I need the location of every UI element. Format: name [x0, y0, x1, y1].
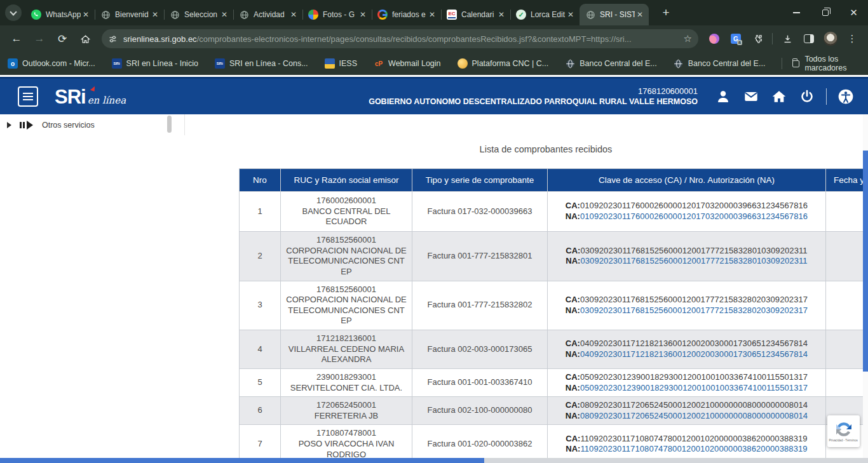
new-tab-button[interactable]: +	[658, 4, 674, 21]
bookmark-label: Banco Central del E...	[688, 59, 766, 68]
tab-whatsapp[interactable]: WhatsApp ✕	[25, 4, 95, 25]
na-label: NA:	[566, 411, 580, 420]
all-bookmarks-label: Todos los marcadores	[804, 55, 860, 72]
profile-avatar[interactable]	[822, 30, 839, 48]
tab-sri-active[interactable]: SRI - SISTE ✕	[580, 4, 649, 25]
bookmark-bce-1[interactable]: Banco Central del E...	[565, 58, 657, 69]
tab-search-button[interactable]	[5, 4, 22, 21]
side-panel-icon[interactable]	[800, 30, 818, 48]
header-right: 1768120600001 GOBIERNO AUTONOMO DESCENTR…	[369, 86, 868, 107]
minimize-icon	[793, 12, 800, 13]
tab-label: Seleccion	[184, 10, 219, 19]
col-header-fecha: Fecha y	[826, 169, 868, 192]
cell-fecha: 05/	[826, 281, 868, 330]
bookmark-label: SRI en Línea - Inicio	[126, 59, 198, 68]
menu-hamburger-button[interactable]	[18, 86, 38, 107]
downloads-icon[interactable]	[778, 30, 796, 48]
tab-actividad[interactable]: Actividad ✕	[233, 4, 302, 25]
emisor-name: FERRETERIA JB	[283, 411, 409, 422]
forward-button[interactable]: →	[30, 29, 49, 48]
restore-button[interactable]	[811, 0, 839, 25]
tab-close-icon[interactable]: ✕	[496, 10, 506, 20]
home-button[interactable]	[76, 29, 95, 48]
bookmark-star-icon[interactable]: ☆	[684, 33, 692, 44]
tab-close-icon[interactable]: ✕	[288, 10, 299, 20]
extension-pink-icon[interactable]	[705, 30, 723, 48]
na-link[interactable]: 0309202301176815256000120017772158328020…	[580, 305, 808, 315]
mail-icon	[743, 88, 759, 105]
address-bar[interactable]: srienlinea.sri.gob.ec/comprobantes-elect…	[102, 29, 698, 48]
back-button[interactable]: ←	[7, 29, 26, 48]
vertical-scrollbar[interactable]	[863, 114, 868, 458]
vertical-scrollbar-thumb[interactable]	[863, 151, 868, 372]
google-icon	[377, 10, 388, 20]
tab-label: Actividad	[254, 10, 288, 19]
table-row: 7 1710807478001POSO VIRACOCHA IVAN RODRI…	[240, 425, 868, 463]
translate-icon[interactable]: G	[727, 30, 745, 48]
chevron-down-icon	[10, 8, 17, 15]
horizontal-scrollbar[interactable]	[0, 458, 868, 463]
taxpayer-ruc: 1768120600001	[369, 86, 698, 97]
cell-fecha: 01/	[826, 192, 868, 232]
accessibility-icon	[837, 88, 854, 105]
bookmark-outlook[interactable]: o Outlook.com - Micr...	[8, 58, 95, 69]
na-label: NA:	[566, 383, 580, 393]
bookmark-webmail[interactable]: cP Webmail Login	[374, 58, 440, 69]
sidebar-item-otros-servicios[interactable]: Otros servicios	[42, 121, 95, 130]
sri-header: SRi en línea 1768120600001 GOBIERNO AUTO…	[0, 77, 868, 114]
tab-list: WhatsApp ✕ Bienvenid ✕ Seleccion ✕ Activ…	[25, 0, 649, 25]
recaptcha-terms-label[interactable]: Privacidad - Términos	[829, 438, 858, 441]
bookmark-cnc[interactable]: Plataforma CNC | C...	[458, 58, 549, 69]
tab-close-icon[interactable]: ✕	[150, 10, 160, 20]
close-window-button[interactable]: ✕	[839, 0, 868, 25]
tab-seleccione[interactable]: Seleccion ✕	[164, 4, 233, 25]
na-label: NA:	[566, 444, 580, 453]
extensions-puzzle-icon[interactable]	[749, 30, 766, 48]
sri-logo[interactable]: SRi en línea	[55, 87, 126, 107]
horizontal-scrollbar-thumb[interactable]	[0, 458, 484, 463]
tab-close-icon[interactable]: ✕	[358, 10, 368, 20]
tab-lorca[interactable]: ✓ Lorca Edit ✕	[510, 4, 580, 25]
logout-button[interactable]	[799, 88, 815, 105]
sidebar-scrollbar-thumb[interactable]	[167, 116, 172, 133]
mail-button[interactable]	[743, 88, 759, 105]
accessibility-button[interactable]	[837, 88, 854, 105]
bookmarks-bar: o Outlook.com - Micr... SRi SRI en Línea…	[0, 52, 868, 75]
na-link[interactable]: 0409202301171218213600120020030001730651…	[580, 349, 808, 359]
tab-feriados[interactable]: feriados e ✕	[372, 4, 441, 25]
emisor-ruc: 1720652450001	[283, 400, 409, 411]
na-link[interactable]: 0809202301172065245000120021000000008000…	[580, 411, 808, 420]
bookmark-iess[interactable]: IESS	[325, 58, 358, 69]
recaptcha-badge[interactable]: Privacidad - Términos	[827, 415, 860, 447]
na-link[interactable]: 0309202301176815256000120017772158328010…	[580, 256, 807, 265]
all-bookmarks[interactable]: Todos los marcadores	[782, 55, 860, 72]
tab-fotos[interactable]: Fotos - G ✕	[302, 4, 372, 25]
na-link[interactable]: 0509202301239001829300120010010033674100…	[580, 383, 808, 393]
user-button[interactable]	[715, 88, 731, 105]
page-title: Lista de comprobantes recibidos	[239, 144, 853, 154]
reload-button[interactable]: ⟳	[53, 29, 72, 48]
tab-close-icon[interactable]: ✕	[566, 10, 576, 20]
tab-label: Lorca Edit	[531, 10, 566, 19]
tab-calendario[interactable]: EC Calendari ✕	[441, 4, 510, 25]
bookmark-bce-2[interactable]: Banco Central del E...	[674, 58, 766, 69]
browser-menu-icon[interactable]: ⋮	[843, 30, 861, 48]
tab-close-icon[interactable]: ✕	[427, 10, 437, 20]
site-settings-icon[interactable]	[108, 34, 118, 44]
na-link[interactable]: 0109202301176000260000120170320000396631…	[580, 211, 808, 221]
bookmark-sri-consultas[interactable]: SRi SRI en Línea - Cons...	[215, 58, 308, 69]
globe-dark-icon	[565, 58, 575, 69]
tab-close-icon[interactable]: ✕	[635, 10, 645, 20]
recaptcha-icon	[835, 421, 853, 438]
cell-tipo: Factura 001-777-215832802	[412, 281, 548, 330]
tab-bienvenido[interactable]: Bienvenid ✕	[95, 4, 164, 25]
bookmark-sri-inicio[interactable]: SRi SRI en Línea - Inicio	[112, 58, 198, 69]
cnc-icon	[458, 58, 468, 69]
home-sri-button[interactable]	[771, 88, 787, 105]
tab-close-icon[interactable]: ✕	[219, 10, 229, 20]
tab-close-icon[interactable]: ✕	[81, 10, 91, 20]
minimize-button[interactable]	[782, 0, 811, 25]
expand-arrow-icon[interactable]	[7, 122, 11, 128]
ca-label: CA:	[566, 201, 580, 210]
na-link[interactable]: 1109202301171080747800120010200000038620…	[580, 444, 807, 453]
